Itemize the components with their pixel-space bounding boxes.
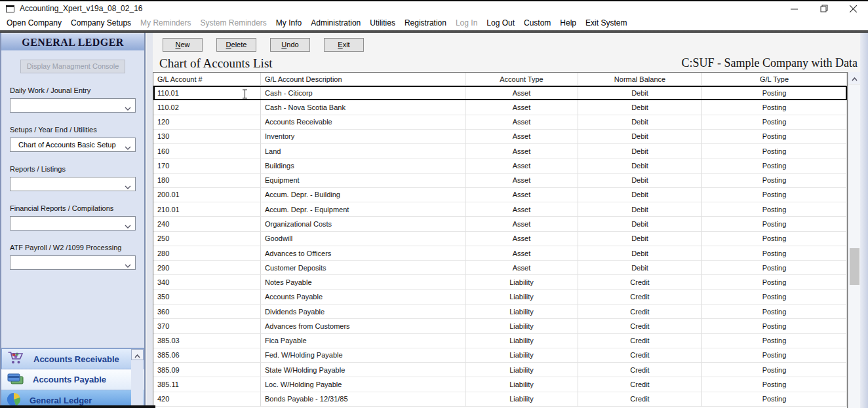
minimize-button[interactable] [779, 1, 809, 16]
undo-button[interactable]: Undo [270, 38, 310, 52]
table-row[interactable]: 210.01Accum. Depr. - EquipmentAssetDebit… [153, 202, 847, 217]
column-header-g-l-account-description[interactable]: G/L Account Description [261, 73, 465, 86]
table-row[interactable]: 130InventoryAssetDebitPosting [153, 130, 847, 144]
section-setups-year-end-utilities: Setups / Year End / UtilitiesChart of Ac… [1, 126, 144, 152]
menu-item-log-out[interactable]: Log Out [482, 17, 519, 29]
cell-g-l-account: 110.02 [153, 100, 261, 115]
app-window: Accounting_Xpert_v19a_08_02_16 Open Comp… [0, 0, 868, 408]
module-item-accounts-receivable[interactable]: Accounts Receivable [1, 348, 144, 369]
table-row[interactable]: 110.02Cash - Nova Scotia BankAssetDebitP… [153, 100, 847, 115]
table-row[interactable]: 360Dividends PayableLiabilityCreditPosti… [153, 305, 847, 319]
cell-account-type: Liability [465, 305, 578, 319]
cell-g-l-account: 420 [153, 392, 261, 407]
cell-account-type: Asset [465, 100, 578, 115]
table-row[interactable]: 160LandAssetDebitPosting [153, 144, 847, 158]
cell-account-type: Asset [465, 174, 578, 188]
app-icon[interactable] [6, 5, 14, 12]
window-controls [779, 1, 868, 16]
window-title: Accounting_Xpert_v19a_08_02_16 [20, 4, 143, 13]
cell-account-type: Asset [465, 144, 578, 158]
combo-financial-reports-compilations[interactable] [10, 216, 136, 231]
menu-item-company-setups[interactable]: Company Setups [66, 17, 136, 29]
module-scroll-up-button[interactable] [131, 349, 144, 360]
delete-button[interactable]: Delete [216, 38, 256, 52]
section-atf-payroll-w2-1099-processing: ATF Payroll / W2 /1099 Processing [1, 244, 144, 270]
cell-g-l-account-description: Accounts Receivable [261, 115, 465, 130]
chevron-up-icon [852, 72, 858, 84]
cell-g-l-account: 290 [153, 261, 261, 275]
combo-setups-year-end-utilities[interactable]: Chart of Accounts Basic Setup [10, 138, 136, 152]
cell-g-l-account-description: Fed. W/Holding Payable [261, 348, 465, 363]
table-row[interactable]: 290Customer DepositsAssetDebitPosting [153, 261, 847, 275]
cell-g-l-type: Posting [702, 144, 847, 158]
title-bar: Accounting_Xpert_v19a_08_02_16 [0, 1, 868, 16]
menu-item-administration[interactable]: Administration [306, 17, 365, 29]
table-row[interactable]: 170BuildingsAssetDebitPosting [153, 158, 847, 173]
combo-atf-payroll-w2-1099-processing[interactable] [10, 255, 136, 270]
column-header-normal-balance[interactable]: Normal Balance [578, 73, 702, 86]
column-header-g-l-type[interactable]: G/L Type [702, 73, 847, 86]
menu-item-exit-system[interactable]: Exit System [581, 17, 631, 29]
menu-item-utilities[interactable]: Utilities [365, 17, 400, 29]
cell-g-l-type: Posting [702, 305, 847, 319]
close-button[interactable] [838, 1, 868, 16]
cell-normal-balance: Debit [578, 232, 702, 246]
cell-account-type: Liability [465, 348, 578, 363]
table-row[interactable]: 250GoodwillAssetDebitPosting [153, 232, 847, 246]
table-row[interactable]: 385.11Loc. W/Holding PayableLiabilityCre… [153, 377, 847, 392]
menu-item-open-company[interactable]: Open Company [2, 17, 66, 29]
sidebar: GENERAL LEDGER Display Managment Console… [0, 33, 146, 408]
column-header-g-l-account[interactable]: G/L Account # [153, 73, 261, 86]
table-row[interactable]: 350Accounts PayableLiabilityCreditPostin… [153, 290, 847, 305]
restore-button[interactable] [809, 1, 838, 16]
table-row[interactable]: 420Bonds Payable - 12/31/85LiabilityCred… [153, 392, 847, 407]
cell-g-l-account: 385.03 [153, 334, 261, 348]
combo-reports-listings[interactable] [10, 177, 136, 191]
toolbar: NewDeleteUndoExit [153, 38, 364, 52]
new-button[interactable]: New [163, 38, 203, 52]
menu-bar: Open CompanyCompany SetupsMy RemindersSy… [0, 16, 868, 30]
table-row[interactable]: 280Advances to OfficersAssetDebitPosting [153, 246, 847, 261]
table-scrollbar[interactable] [848, 72, 860, 408]
table-header-row: G/L Account #G/L Account DescriptionAcco… [153, 73, 847, 86]
table-row[interactable]: 240Organizational CostsAssetDebitPosting [153, 217, 847, 231]
table-row[interactable]: 180EquipmentAssetDebitPosting [153, 174, 847, 188]
cell-account-type: Liability [465, 392, 578, 407]
cell-g-l-account-description: Buildings [261, 158, 465, 173]
module-item-accounts-payable[interactable]: Accounts Payable [1, 369, 144, 390]
menu-item-my-info[interactable]: My Info [271, 17, 306, 29]
table-row[interactable]: 385.03Fica PayableLiabilityCreditPosting [153, 334, 847, 348]
combo-daily-work-jounal-entry[interactable] [10, 98, 136, 113]
menu-item-custom[interactable]: Custom [519, 17, 555, 29]
cell-g-l-account: 240 [153, 217, 261, 231]
table-row[interactable]: 385.06Fed. W/Holding PayableLiabilityCre… [153, 348, 847, 363]
cell-g-l-type: Posting [702, 290, 847, 305]
cell-g-l-account-description: Cash - Nova Scotia Bank [261, 100, 465, 115]
cell-g-l-type: Posting [702, 319, 847, 333]
main-content: NewDeleteUndoExit Chart of Accounts List… [153, 33, 860, 408]
table-row[interactable]: 200.01Accum. Depr. - BuildingAssetDebitP… [153, 188, 847, 202]
menu-item-help[interactable]: Help [555, 17, 581, 29]
cell-normal-balance: Debit [578, 202, 702, 217]
module-scrollbar[interactable] [131, 349, 144, 408]
table-scroll-up-button[interactable] [848, 72, 861, 84]
cell-normal-balance: Debit [578, 100, 702, 115]
cell-account-type: Liability [465, 334, 578, 348]
cell-g-l-account-description: Accum. Depr. - Equipment [261, 202, 465, 217]
table-scroll-thumb[interactable] [850, 248, 859, 285]
table-row[interactable]: 110.01Cash - CiticorpAssetDebitPosting [153, 86, 847, 100]
cell-account-type: Asset [465, 130, 578, 144]
table-row[interactable]: 370Advances from CustomersLiabilityCredi… [153, 319, 847, 333]
cell-normal-balance: Credit [578, 334, 702, 348]
table-row[interactable]: 385.09State W/Holding PayableLiabilityCr… [153, 363, 847, 377]
cell-g-l-account: 210.01 [153, 202, 261, 217]
exit-button[interactable]: Exit [324, 38, 364, 52]
table-row[interactable]: 340Notes PayableLiabilityCreditPosting [153, 275, 847, 289]
menu-item-system-reminders: System Reminders [195, 17, 271, 29]
cell-g-l-account: 385.09 [153, 363, 261, 377]
cell-normal-balance: Debit [578, 130, 702, 144]
column-header-account-type[interactable]: Account Type [465, 73, 578, 86]
menu-item-registration[interactable]: Registration [400, 17, 451, 29]
table-row[interactable]: 120Accounts ReceivableAssetDebitPosting [153, 115, 847, 130]
cell-g-l-type: Posting [702, 275, 847, 289]
